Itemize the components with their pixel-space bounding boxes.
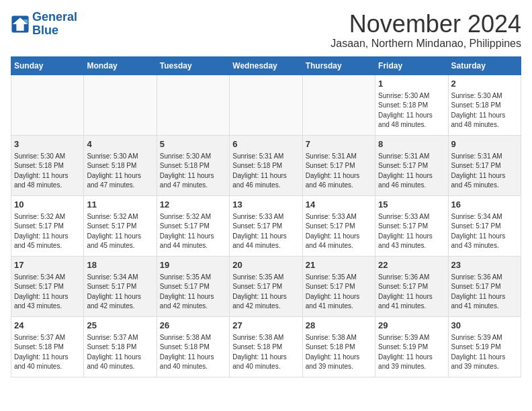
calendar-cell-w3-d1: 11Sunrise: 5:32 AMSunset: 5:17 PMDayligh… (84, 195, 157, 256)
day-number: 29 (378, 320, 445, 332)
calendar-cell-w1-d0 (11, 75, 84, 135)
day-info: Sunrise: 5:30 AMSunset: 5:18 PMDaylight:… (378, 92, 433, 129)
calendar-cell-w4-d2: 19Sunrise: 5:35 AMSunset: 5:17 PMDayligh… (157, 256, 229, 316)
calendar-cell-w5-d6: 30Sunrise: 5:39 AMSunset: 5:19 PMDayligh… (448, 316, 521, 377)
day-info: Sunrise: 5:30 AMSunset: 5:18 PMDaylight:… (451, 92, 506, 129)
day-number: 19 (160, 259, 226, 271)
logo: General Blue (11, 11, 77, 38)
calendar-cell-w4-d6: 23Sunrise: 5:36 AMSunset: 5:17 PMDayligh… (448, 256, 521, 316)
day-number: 15 (378, 199, 445, 211)
day-info: Sunrise: 5:30 AMSunset: 5:18 PMDaylight:… (14, 152, 69, 189)
day-info: Sunrise: 5:36 AMSunset: 5:17 PMDaylight:… (378, 273, 433, 310)
calendar-cell-w5-d0: 24Sunrise: 5:37 AMSunset: 5:18 PMDayligh… (11, 316, 84, 377)
calendar-cell-w1-d2 (157, 75, 229, 135)
day-number: 22 (378, 259, 445, 271)
day-number: 25 (87, 320, 153, 332)
header-monday: Monday (84, 56, 157, 75)
calendar-cell-w1-d4 (302, 75, 375, 135)
day-number: 3 (14, 138, 81, 150)
day-info: Sunrise: 5:39 AMSunset: 5:19 PMDaylight:… (451, 334, 506, 371)
header-tuesday: Tuesday (157, 56, 229, 75)
day-number: 26 (160, 320, 226, 332)
calendar-cell-w4-d0: 17Sunrise: 5:34 AMSunset: 5:17 PMDayligh… (11, 256, 84, 316)
day-number: 9 (451, 138, 518, 150)
day-info: Sunrise: 5:35 AMSunset: 5:17 PMDaylight:… (160, 273, 214, 310)
calendar-cell-w5-d5: 29Sunrise: 5:39 AMSunset: 5:19 PMDayligh… (375, 316, 448, 377)
calendar-cell-w4-d1: 18Sunrise: 5:34 AMSunset: 5:17 PMDayligh… (84, 256, 157, 316)
day-info: Sunrise: 5:39 AMSunset: 5:19 PMDaylight:… (378, 334, 433, 371)
day-info: Sunrise: 5:38 AMSunset: 5:18 PMDaylight:… (232, 334, 287, 371)
day-number: 12 (160, 199, 226, 211)
calendar-cell-w2-d1: 4Sunrise: 5:30 AMSunset: 5:18 PMDaylight… (84, 135, 157, 195)
day-number: 23 (451, 259, 518, 271)
day-number: 28 (306, 320, 372, 332)
week-row-1: 1Sunrise: 5:30 AMSunset: 5:18 PMDaylight… (11, 75, 521, 135)
calendar-cell-w5-d4: 28Sunrise: 5:38 AMSunset: 5:18 PMDayligh… (302, 316, 375, 377)
day-info: Sunrise: 5:31 AMSunset: 5:17 PMDaylight:… (306, 152, 360, 189)
day-info: Sunrise: 5:31 AMSunset: 5:18 PMDaylight:… (232, 152, 287, 189)
day-number: 20 (232, 259, 299, 271)
day-number: 27 (232, 320, 299, 332)
calendar-cell-w1-d1 (84, 75, 157, 135)
day-info: Sunrise: 5:32 AMSunset: 5:17 PMDaylight:… (87, 213, 141, 250)
day-number: 8 (378, 138, 445, 150)
title-area: November 2024 Jasaan, Northern Mindanao,… (330, 11, 521, 50)
header-friday: Friday (375, 56, 448, 75)
day-number: 16 (451, 199, 518, 211)
calendar-cell-w3-d6: 16Sunrise: 5:34 AMSunset: 5:17 PMDayligh… (448, 195, 521, 256)
header-saturday: Saturday (448, 56, 521, 75)
calendar-cell-w2-d6: 9Sunrise: 5:31 AMSunset: 5:17 PMDaylight… (448, 135, 521, 195)
day-info: Sunrise: 5:35 AMSunset: 5:17 PMDaylight:… (306, 273, 360, 310)
week-row-3: 10Sunrise: 5:32 AMSunset: 5:17 PMDayligh… (11, 195, 521, 256)
day-number: 21 (306, 259, 372, 271)
calendar-cell-w3-d0: 10Sunrise: 5:32 AMSunset: 5:17 PMDayligh… (11, 195, 84, 256)
calendar-cell-w5-d2: 26Sunrise: 5:38 AMSunset: 5:18 PMDayligh… (157, 316, 229, 377)
week-row-5: 24Sunrise: 5:37 AMSunset: 5:18 PMDayligh… (11, 316, 521, 377)
day-info: Sunrise: 5:30 AMSunset: 5:18 PMDaylight:… (160, 152, 214, 189)
header-sunday: Sunday (11, 56, 84, 75)
calendar-cell-w2-d0: 3Sunrise: 5:30 AMSunset: 5:18 PMDaylight… (11, 135, 84, 195)
day-info: Sunrise: 5:34 AMSunset: 5:17 PMDaylight:… (14, 273, 69, 310)
logo-text: General Blue (32, 11, 77, 38)
calendar-cell-w2-d5: 8Sunrise: 5:31 AMSunset: 5:17 PMDaylight… (375, 135, 448, 195)
day-info: Sunrise: 5:33 AMSunset: 5:17 PMDaylight:… (232, 213, 287, 250)
day-info: Sunrise: 5:38 AMSunset: 5:18 PMDaylight:… (306, 334, 360, 371)
week-row-4: 17Sunrise: 5:34 AMSunset: 5:17 PMDayligh… (11, 256, 521, 316)
calendar-table: Sunday Monday Tuesday Wednesday Thursday… (11, 56, 521, 377)
calendar-cell-w3-d4: 14Sunrise: 5:33 AMSunset: 5:17 PMDayligh… (302, 195, 375, 256)
header-wednesday: Wednesday (230, 56, 302, 75)
day-info: Sunrise: 5:37 AMSunset: 5:18 PMDaylight:… (87, 334, 141, 371)
weekday-header-row: Sunday Monday Tuesday Wednesday Thursday… (11, 56, 521, 75)
day-info: Sunrise: 5:32 AMSunset: 5:17 PMDaylight:… (14, 213, 69, 250)
day-number: 14 (306, 199, 372, 211)
calendar-cell-w4-d3: 20Sunrise: 5:35 AMSunset: 5:17 PMDayligh… (230, 256, 302, 316)
calendar-cell-w5-d1: 25Sunrise: 5:37 AMSunset: 5:18 PMDayligh… (84, 316, 157, 377)
day-number: 24 (14, 320, 81, 332)
calendar-cell-w1-d5: 1Sunrise: 5:30 AMSunset: 5:18 PMDaylight… (375, 75, 448, 135)
day-info: Sunrise: 5:38 AMSunset: 5:18 PMDaylight:… (160, 334, 214, 371)
day-info: Sunrise: 5:33 AMSunset: 5:17 PMDaylight:… (378, 213, 433, 250)
page-header: General Blue November 2024 Jasaan, North… (11, 11, 521, 50)
day-number: 17 (14, 259, 81, 271)
calendar-cell-w4-d5: 22Sunrise: 5:36 AMSunset: 5:17 PMDayligh… (375, 256, 448, 316)
day-number: 13 (232, 199, 299, 211)
calendar-cell-w3-d2: 12Sunrise: 5:32 AMSunset: 5:17 PMDayligh… (157, 195, 229, 256)
day-info: Sunrise: 5:31 AMSunset: 5:17 PMDaylight:… (451, 152, 506, 189)
location-subtitle: Jasaan, Northern Mindanao, Philippines (330, 38, 521, 50)
calendar-cell-w4-d4: 21Sunrise: 5:35 AMSunset: 5:17 PMDayligh… (302, 256, 375, 316)
calendar-cell-w2-d2: 5Sunrise: 5:30 AMSunset: 5:18 PMDaylight… (157, 135, 229, 195)
day-number: 18 (87, 259, 153, 271)
day-info: Sunrise: 5:31 AMSunset: 5:17 PMDaylight:… (378, 152, 433, 189)
day-number: 4 (87, 138, 153, 150)
day-info: Sunrise: 5:37 AMSunset: 5:18 PMDaylight:… (14, 334, 69, 371)
day-info: Sunrise: 5:34 AMSunset: 5:17 PMDaylight:… (451, 213, 506, 250)
calendar-cell-w3-d3: 13Sunrise: 5:33 AMSunset: 5:17 PMDayligh… (230, 195, 302, 256)
day-number: 5 (160, 138, 226, 150)
day-number: 1 (378, 78, 445, 90)
logo-icon (11, 15, 30, 34)
day-number: 10 (14, 199, 81, 211)
day-number: 30 (451, 320, 518, 332)
day-info: Sunrise: 5:33 AMSunset: 5:17 PMDaylight:… (306, 213, 360, 250)
day-number: 7 (306, 138, 372, 150)
calendar-cell-w1-d6: 2Sunrise: 5:30 AMSunset: 5:18 PMDaylight… (448, 75, 521, 135)
